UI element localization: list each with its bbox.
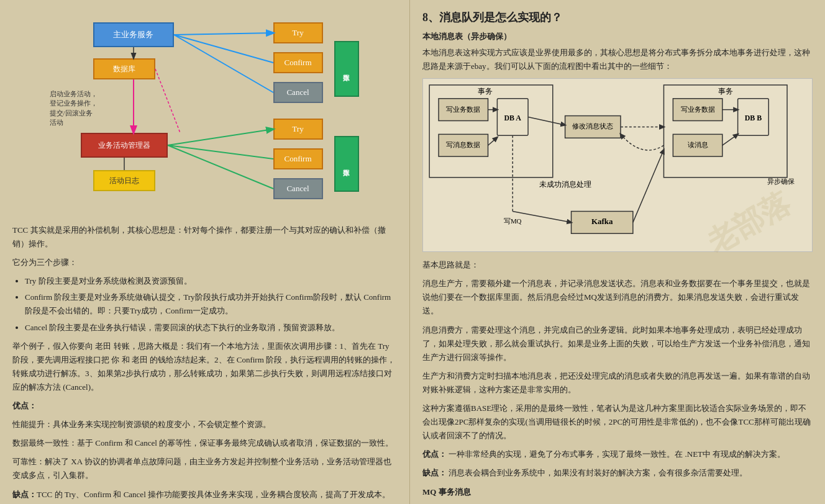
main-service-box: 主业务服务 (93, 22, 174, 47)
example-text: 举个例子，假入你要向 老田 转账，思路大概是：我们有一个本地方法，里面依次调用步… (12, 340, 397, 394)
advantages-title: 优点： (12, 399, 397, 413)
svg-text:写MQ: 写MQ (504, 218, 522, 225)
step-item-1: Try 阶段主要是对业务系统做检测及资源预留。 (25, 274, 397, 288)
cancel-box-2: Cancel (273, 178, 323, 199)
tcc-diagram-container: 主业务服务 数据库 启动业务活动，登记业务操作，提交/回滚业务活动 业务活动管理… (12, 10, 397, 215)
svg-text:读消息: 读消息 (688, 141, 708, 148)
producer-desc: 消息生产方，需要额外建一个消息表，并记录消息发送状态。消息表和业务数据要在一个事… (422, 277, 813, 318)
svg-text:DB A: DB A (504, 114, 521, 122)
svg-text:写消息数据: 写消息数据 (446, 141, 480, 148)
svg-line-6 (168, 145, 273, 189)
tcc-diagram: 主业务服务 数据库 启动业务活动，登记业务操作，提交/回滚业务活动 业务活动管理… (43, 16, 379, 209)
svg-line-2 (174, 35, 273, 63)
disadvantage-label: 缺点： (422, 468, 447, 477)
db-right-box-1: 数据库 (334, 41, 359, 97)
left-panel: 主业务服务 数据库 启动业务活动，登记业务操作，提交/回滚业务活动 业务活动管理… (0, 0, 410, 504)
right-disadvantage: 缺点： 消息表会耦合到业务系统中，如果没有封装好的解决方案，会有很多杂活需要处理… (422, 466, 813, 480)
disadvantage-text: 消息表会耦合到业务系统中，如果没有封装好的解决方案，会有很多杂活需要处理。 (449, 468, 747, 477)
startup-label: 启动业务活动，登记业务操作，提交/回滚业务活动 (50, 89, 99, 128)
right-content: 本地消息表这种实现方式应该是业界使用最多的，其核心思想是将分布式事务拆分成本地事… (422, 46, 813, 73)
right-main-content: 基本思路就是： 消息生产方，需要额外建一个消息表，并记录消息发送状态。消息表和业… (422, 258, 813, 498)
svg-text:DB B: DB B (745, 114, 762, 122)
svg-text:未成功消息处理: 未成功消息处理 (539, 180, 591, 189)
try-box-1: Try (273, 22, 323, 43)
svg-line-3 (174, 35, 273, 92)
svg-text:修改消息状态: 修改消息状态 (572, 123, 613, 130)
mq-diagram: 事务 写业务数据 DB A 写消息数据 修改消息状态 事务 (422, 78, 813, 252)
scan-desc: 生产方和消费方定时扫描本地消息表，把还没处理完成的消息或者失败的消息再发送一遍。… (422, 369, 813, 397)
right-advantage: 优点： 一种非常经典的实现，避免了分布式事务，实现了最终一致性。在 .NET中 … (422, 448, 813, 461)
svg-text:写业务数据: 写业务数据 (446, 106, 480, 113)
basic-idea: 基本思路就是： (422, 258, 813, 272)
svg-text:写业务数据: 写业务数据 (681, 106, 715, 113)
db-right-box-2: 数据库 (334, 136, 359, 192)
advantage-1: 性能提升：具体业务来实现控制资源锁的粒度变小，不会锁定整个资源。 (12, 418, 397, 431)
step-item-3: Cancel 阶段主要是在业务执行错误，需要回滚的状态下执行的业务取消，预留资源… (25, 321, 397, 335)
disadvantages-title-text: 缺点：TCC 的 Try、Confirm 和 Cancel 操作功能要按具体业务… (12, 488, 397, 502)
step-item-2: Confirm 阶段主要是对业务系统做确认提交，Try阶段执行成功并开始执行 C… (25, 290, 397, 318)
svg-line-4 (168, 129, 273, 145)
advantage-label: 优点： (422, 449, 447, 459)
mq-diagram-svg: 事务 写业务数据 DB A 写消息数据 修改消息状态 事务 (423, 79, 812, 251)
svg-line-5 (168, 145, 273, 159)
confirm-box-2: Confirm (273, 148, 323, 169)
local-msg-intro: 本地消息表这种实现方式应该是业界使用最多的，其核心思想是将分布式事务拆分成本地事… (422, 46, 813, 73)
steps-list: Try 阶段主要是对业务系统做检测及资源预留。 Confirm 阶段主要是对业务… (25, 274, 397, 334)
base-theory: 这种方案遵循BASE理论，采用的是最终一致性，笔者认为是这几种方案里面比较适合实… (422, 402, 813, 443)
try-box-2: Try (273, 119, 323, 140)
tcc-intro: TCC 其实就是采用的补偿机制，其核心思想是：针对每个操作，都要注册一个与其对应… (12, 223, 397, 251)
consumer-desc: 消息消费方，需要处理这个消息，并完成自己的业务逻辑。此时如果本地事务处理成功，表… (422, 323, 813, 364)
svg-text:事务: 事务 (478, 87, 493, 96)
advantage-2: 数据最终一致性：基于 Confirm 和 Cancel 的幂等性，保证事务最终完… (12, 436, 397, 450)
advantage-text: 一种非常经典的实现，避免了分布式事务，实现了最终一致性。在 .NET中 有现成的… (449, 449, 785, 459)
svg-text:事务: 事务 (718, 87, 733, 96)
cancel-box-1: Cancel (273, 82, 323, 103)
local-msg-title: 本地消息表（异步确保） (422, 31, 813, 42)
svg-text:Kafka: Kafka (591, 218, 613, 227)
activity-manager-box: 业务活动管理器 (81, 133, 168, 158)
advantage-3: 可靠性：解决了 XA 协议的协调者单点故障问题，由主业务方发起并控制整个业务活动… (12, 455, 397, 482)
svg-line-1 (174, 33, 273, 35)
section-title: 8、消息队列是怎么实现的？ (422, 10, 813, 25)
right-panel: 8、消息队列是怎么实现的？ 本地消息表（异步确保） 本地消息表这种实现方式应该是… (410, 0, 825, 504)
steps-title: 它分为三个步骤： (12, 256, 397, 269)
svg-text:异步确保: 异步确保 (767, 178, 795, 185)
db-left-box: 数据库 (93, 58, 155, 79)
confirm-box-1: Confirm (273, 52, 323, 73)
svg-line-9 (155, 69, 180, 133)
activity-log-box: 活动日志 (93, 170, 155, 191)
mq-tx-title: MQ 事务消息 (422, 485, 813, 499)
left-content: TCC 其实就是采用的补偿机制，其核心思想是：针对每个操作，都要注册一个与其对应… (12, 223, 397, 502)
